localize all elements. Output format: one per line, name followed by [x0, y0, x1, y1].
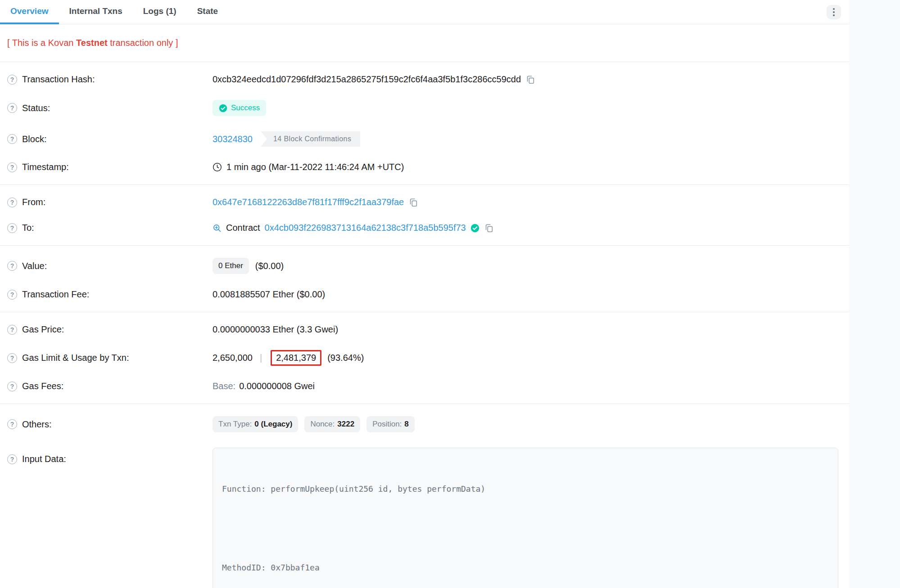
gas-fees-label: Gas Fees:: [22, 381, 63, 391]
help-icon[interactable]: ?: [7, 353, 17, 363]
nonce-badge: Nonce: 3222: [304, 416, 360, 432]
nonce-value: 3222: [337, 420, 354, 429]
help-icon[interactable]: ?: [7, 103, 17, 113]
others-label: Others:: [22, 419, 52, 430]
zoom-in-icon[interactable]: [213, 224, 222, 233]
clock-icon: [213, 162, 222, 172]
help-icon[interactable]: ?: [7, 325, 17, 335]
section-value: ? Value: 0 Ether ($0.00) ? Transaction F…: [0, 246, 849, 312]
row-gas-fees: ? Gas Fees: Base: 0.000000008 Gwei: [0, 373, 849, 399]
copy-icon: [408, 197, 418, 207]
help-icon[interactable]: ?: [7, 162, 17, 172]
row-to: ? To: Contract 0x4cb093f226983713164a621…: [0, 215, 849, 241]
row-from: ? From: 0x647e7168122263d8e7f81f17fff9c2…: [0, 189, 849, 215]
testnet-warning: [ This is a Kovan Testnet transaction on…: [0, 24, 849, 62]
tab-logs[interactable]: Logs (1): [133, 0, 187, 24]
to-contract-prefix: Contract: [226, 223, 260, 233]
help-icon[interactable]: ?: [7, 382, 17, 391]
transaction-hash-label: Transaction Hash:: [22, 74, 95, 85]
tab-state[interactable]: State: [187, 0, 228, 24]
gas-fees-base-value: 0.000000008 Gwei: [239, 381, 315, 391]
transaction-fee-label: Transaction Fee:: [22, 289, 89, 300]
verified-check-icon: [470, 224, 479, 233]
gas-limit-separator: |: [257, 353, 265, 363]
timestamp-label: Timestamp:: [22, 162, 69, 172]
value-label: Value:: [22, 261, 47, 271]
gas-used-percent: (93.64%): [327, 353, 364, 363]
testnet-warning-prefix: [ This is a Kovan: [7, 38, 76, 48]
tab-internal-txns[interactable]: Internal Txns: [59, 0, 133, 24]
input-methodid-line: MethodID: 0x7bbaf1ea: [222, 561, 829, 574]
input-blank-line: [222, 522, 829, 535]
row-transaction-hash: ? Transaction Hash: 0xcb324eedcd1d07296f…: [0, 67, 849, 92]
gas-price-label: Gas Price:: [22, 324, 64, 335]
help-icon[interactable]: ?: [7, 261, 17, 271]
gas-used-highlight-box: 2,481,379: [271, 350, 321, 366]
input-function-line: Function: performUpkeep(uint256 id, byte…: [222, 482, 829, 495]
success-check-icon: [219, 104, 227, 112]
to-address-link[interactable]: 0x4cb093f226983713164a62138c3f718a5b595f…: [265, 223, 466, 233]
section-summary: ? Transaction Hash: 0xcb324eedcd1d07296f…: [0, 62, 849, 185]
help-icon[interactable]: ?: [7, 223, 17, 233]
status-label: Status:: [22, 103, 50, 113]
timestamp-value: 1 min ago (Mar-11-2022 11:46:24 AM +UTC): [226, 162, 404, 172]
gas-used-value: 2,481,379: [276, 353, 316, 363]
status-badge: Success: [213, 100, 266, 116]
section-gas: ? Gas Price: 0.0000000033 Ether (3.3 Gwe…: [0, 312, 849, 404]
txn-type-badge: Txn Type: 0 (Legacy): [213, 416, 298, 432]
row-gas-price: ? Gas Price: 0.0000000033 Ether (3.3 Gwe…: [0, 317, 849, 342]
section-parties: ? From: 0x647e7168122263d8e7f81f17fff9c2…: [0, 185, 849, 246]
tab-bar: Overview Internal Txns Logs (1) State: [0, 0, 849, 24]
nonce-label: Nonce:: [310, 420, 335, 429]
row-block: ? Block: 30324830 14 Block Confirmations: [0, 124, 849, 154]
ether-value-badge: 0 Ether: [213, 258, 249, 274]
copy-to-address-button[interactable]: [484, 223, 494, 233]
help-icon[interactable]: ?: [7, 419, 17, 429]
help-icon[interactable]: ?: [7, 134, 17, 144]
block-number-link[interactable]: 30324830: [213, 134, 253, 144]
section-others-input: ? Others: Txn Type: 0 (Legacy) Nonce: 32…: [0, 404, 849, 588]
block-confirmations-badge: 14 Block Confirmations: [261, 131, 360, 147]
gas-fees-base-label: Base:: [213, 381, 235, 391]
transaction-detail-card: Overview Internal Txns Logs (1) State [ …: [0, 0, 849, 588]
copy-hash-button[interactable]: [525, 75, 535, 85]
copy-icon: [484, 223, 494, 233]
copy-icon: [525, 75, 535, 85]
row-timestamp: ? Timestamp: 1 min ago (Mar-11-2022 11:4…: [0, 154, 849, 180]
testnet-warning-suffix: transaction only ]: [108, 38, 178, 48]
from-address-link[interactable]: 0x647e7168122263d8e7f81f17fff9c2f1aa379f…: [213, 197, 404, 207]
row-transaction-fee: ? Transaction Fee: 0.0081885507 Ether ($…: [0, 282, 849, 307]
kebab-menu-icon: [833, 8, 835, 10]
row-status: ? Status: Success: [0, 92, 849, 124]
gas-limit-label: Gas Limit & Usage by Txn:: [22, 353, 129, 363]
row-input-data: ? Input Data: Function: performUpkeep(ui…: [0, 440, 849, 588]
txn-type-value: 0 (Legacy): [254, 420, 292, 429]
tab-overview[interactable]: Overview: [0, 0, 59, 24]
input-data-label: Input Data:: [22, 454, 66, 464]
help-icon[interactable]: ?: [7, 454, 17, 464]
help-icon[interactable]: ?: [7, 75, 17, 85]
gas-price-value: 0.0000000033 Ether (3.3 Gwei): [213, 324, 338, 335]
position-label: Position:: [372, 420, 402, 429]
row-others: ? Others: Txn Type: 0 (Legacy) Nonce: 32…: [0, 408, 849, 440]
help-icon[interactable]: ?: [7, 290, 17, 300]
transaction-fee-value: 0.0081885507 Ether ($0.00): [213, 289, 325, 300]
testnet-warning-bold: Testnet: [76, 38, 108, 48]
to-label: To:: [22, 223, 34, 233]
position-badge: Position: 8: [366, 416, 415, 432]
block-label: Block:: [22, 134, 46, 144]
gas-limit-value: 2,650,000: [213, 353, 253, 363]
txn-type-label: Txn Type:: [218, 420, 252, 429]
help-icon[interactable]: ?: [7, 197, 17, 207]
row-gas-limit-usage: ? Gas Limit & Usage by Txn: 2,650,000 | …: [0, 342, 849, 373]
copy-from-address-button[interactable]: [408, 197, 418, 207]
status-value: Success: [231, 103, 260, 112]
transaction-hash-value: 0xcb324eedcd1d07296fdf3d215a2865275f159c…: [213, 74, 521, 85]
input-data-textarea[interactable]: Function: performUpkeep(uint256 id, byte…: [213, 448, 838, 588]
row-value: ? Value: 0 Ether ($0.00): [0, 250, 849, 282]
kebab-menu-button[interactable]: [827, 5, 841, 19]
from-label: From:: [22, 197, 45, 207]
position-value: 8: [404, 420, 408, 429]
value-usd: ($0.00): [255, 261, 284, 271]
